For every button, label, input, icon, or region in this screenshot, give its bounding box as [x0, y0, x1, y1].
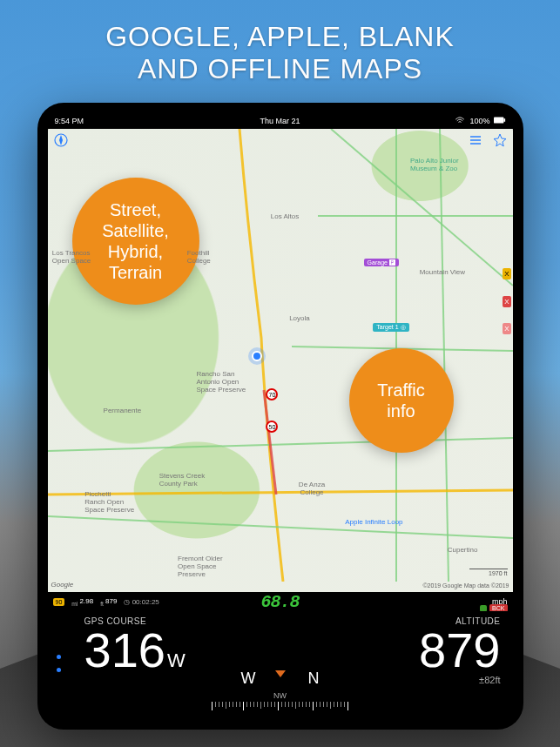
star-icon[interactable]: [492, 132, 508, 148]
map-attribution-right: ©2019 Google Map data ©2019: [422, 582, 509, 589]
headline-line-1: GOOGLE, APPLE, BLANK: [9, 21, 551, 53]
callout-traffic-text: Traffic info: [377, 380, 424, 421]
gps-course-value: 316 W: [84, 626, 186, 675]
label-loyola: Loyola: [289, 314, 310, 322]
altitude-metric[interactable]: ALTITUDE 879 ±82ft: [419, 616, 500, 716]
side-badge-3[interactable]: X: [503, 323, 510, 334]
wifi-icon: [454, 117, 466, 125]
altitude-value: 879: [419, 626, 500, 675]
side-badge-1[interactable]: X: [503, 268, 510, 279]
screen: 9:54 PM Thu Mar 21 100%: [48, 113, 513, 719]
compass-icon[interactable]: [53, 132, 69, 148]
dash-timer: ◷ 00:02:25: [124, 598, 159, 606]
map-view[interactable]: Street, Satellite, Hybrid, Terrain Traff…: [48, 129, 513, 592]
label-apple-loop: Apple Infinite Loop: [345, 518, 402, 526]
map-attribution-left: Google: [51, 581, 74, 589]
dashboard-strip: 90 mi 2.98 ft 879 ◷ 00:02:25 68.8 mph BC…: [48, 592, 513, 611]
headline-line-2: AND OFFLINE MAPS: [9, 53, 551, 85]
label-los-altos: Los Altos: [271, 212, 299, 220]
menu-icon[interactable]: [468, 132, 483, 148]
compass-center: NW: [273, 691, 287, 700]
label-los-trancos: Los Trancos Open Space: [52, 249, 91, 265]
gps-course-metric[interactable]: GPS COURSE 316 W: [84, 616, 186, 716]
battery-full-icon: [494, 117, 506, 125]
speed-sign-70: 70: [266, 388, 278, 400]
label-fremont-osp: Fremont Older Open Space Preserve: [178, 555, 223, 578]
svg-rect-0: [494, 118, 503, 124]
label-picchetti: Picchetti Ranch Open Space Preserve: [84, 490, 134, 514]
label-permanente: Permanente: [104, 407, 142, 414]
map-scale: 1970 ft: [469, 569, 508, 576]
dash-badge-left: 90: [53, 598, 65, 606]
dash-mi: mi 2.98: [71, 597, 93, 607]
label-rancho: Rancho San Antonio Open Space Preserve: [196, 370, 246, 394]
side-badge-2[interactable]: X: [503, 296, 510, 307]
status-time: 9:54 PM: [55, 117, 84, 125]
callout-map-types: Street, Satellite, Hybrid, Terrain: [72, 178, 199, 305]
svg-rect-1: [503, 118, 505, 122]
poi-target1[interactable]: Target 1 ◎: [373, 323, 408, 332]
label-stevens: Stevens Creek County Park: [159, 472, 205, 488]
dot-2: [57, 668, 61, 672]
label-palo-alto-zoo: Palo Alto Junior Museum & Zoo: [410, 157, 459, 172]
status-date: Thu Mar 21: [260, 117, 300, 125]
label-foothill: Foothill College: [187, 249, 211, 265]
callout-map-types-text: Street, Satellite, Hybrid, Terrain: [102, 199, 169, 283]
bottom-panel: GPS COURSE 316 W W N NW: [48, 611, 513, 719]
label-mountain-view: Mountain View: [420, 268, 465, 276]
label-deanza: De Anza College: [299, 481, 325, 496]
battery-percent: 100%: [469, 117, 489, 125]
status-bar: 9:54 PM Thu Mar 21 100%: [48, 113, 513, 129]
map-top-bar: [48, 129, 513, 150]
compass-ticks: [212, 702, 348, 710]
left-status-dots: [57, 655, 61, 672]
status-right: 100%: [454, 117, 505, 125]
dash-ft: ft 879: [100, 597, 117, 607]
clock-icon: ◷: [124, 598, 130, 606]
label-cupertino: Cupertino: [448, 546, 478, 554]
tablet-frame: 9:54 PM Thu Mar 21 100%: [37, 103, 523, 730]
compass-ruler[interactable]: W N NW: [180, 658, 381, 710]
dot-1: [57, 655, 61, 659]
dash-speed: 68.8: [260, 592, 299, 612]
compass-pointer-icon: [275, 670, 286, 677]
poi-garage[interactable]: Garage 🅿︎: [364, 259, 399, 266]
marketing-headline: GOOGLE, APPLE, BLANK AND OFFLINE MAPS: [0, 0, 560, 103]
callout-traffic: Traffic info: [349, 348, 454, 453]
altitude-error: ±82ft: [479, 675, 500, 685]
